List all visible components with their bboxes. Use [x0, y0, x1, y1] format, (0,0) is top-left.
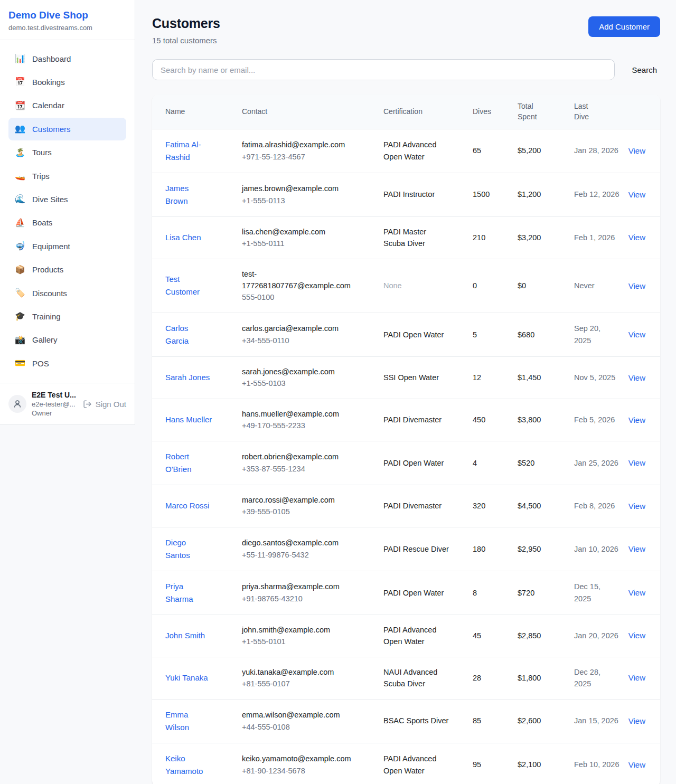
view-customer-link[interactable]: View	[628, 716, 645, 725]
view-customer-link[interactable]: View	[628, 502, 645, 511]
table-row: Hans Mueller hans.mueller@example.com +4…	[152, 399, 660, 441]
customer-name-link[interactable]: Priya Sharma	[165, 582, 193, 603]
customer-dives: 4	[473, 441, 518, 485]
view-customer-link[interactable]: View	[628, 760, 645, 769]
customer-name-link[interactable]: Diego Santos	[165, 538, 190, 560]
customer-dives: 320	[473, 485, 518, 527]
customer-contact: fatima.alrashid@example.com +971-55-123-…	[242, 129, 383, 173]
customer-name-link[interactable]: Fatima Al-Rashid	[165, 140, 201, 162]
customer-contact: yuki.tanaka@example.com +81-555-0107	[242, 657, 383, 699]
customer-contact: carlos.garcia@example.com +34-555-0110	[242, 313, 383, 356]
column-header-label: Certification	[383, 107, 422, 116]
customer-last-dive: Dec 28, 2025	[574, 657, 626, 699]
customer-dives: 8	[473, 571, 518, 615]
customer-email: fatima.alrashid@example.com	[242, 139, 354, 150]
sign-out-label: Sign Out	[96, 400, 126, 409]
customer-name-link[interactable]: Robert O'Brien	[165, 452, 192, 474]
customer-contact: diego.santos@example.com +55-11-99876-54…	[242, 527, 383, 571]
view-customer-link[interactable]: View	[628, 631, 645, 640]
person-icon	[13, 399, 22, 409]
customer-email: john.smith@example.com	[242, 624, 354, 636]
customer-contact: john.smith@example.com +1-555-0101	[242, 615, 383, 657]
sidebar-item-trips[interactable]: 🚤Trips	[8, 165, 126, 187]
view-customer-link[interactable]: View	[628, 373, 645, 382]
customer-contact: sarah.jones@example.com +1-555-0103	[242, 356, 383, 399]
speedboat-icon: 🚤	[15, 170, 25, 182]
customers-table-card: NameContactCertificationDivesTotal Spent…	[152, 95, 660, 784]
search-button[interactable]: Search	[628, 65, 660, 74]
customer-name-link[interactable]: John Smith	[165, 631, 205, 640]
calendar-icon: 📅	[15, 76, 25, 88]
sidebar-item-calendar[interactable]: 📆Calendar	[8, 95, 126, 117]
sidebar-item-products[interactable]: 📦Products	[8, 259, 126, 281]
brand: Demo Dive Shop demo.test.divestreams.com	[0, 0, 135, 40]
view-customer-link[interactable]: View	[628, 415, 645, 424]
customer-name-link[interactable]: Hans Mueller	[165, 415, 212, 424]
user-role: Owner	[32, 409, 78, 417]
customer-contact: priya.sharma@example.com +91-98765-43210	[242, 571, 383, 615]
customer-dives: 12	[473, 356, 518, 399]
sidebar-item-discounts[interactable]: 🏷️Discounts	[8, 282, 126, 304]
table-row: John Smith john.smith@example.com +1-555…	[152, 615, 660, 657]
customer-name-link[interactable]: Carlos Garcia	[165, 324, 189, 345]
table-row: James Brown james.brown@example.com +1-5…	[152, 173, 660, 216]
sidebar-item-tours[interactable]: 🏝️Tours	[8, 141, 126, 164]
customer-certification: NAUI Advanced Scuba Diver	[383, 657, 473, 699]
sidebar-item-bookings[interactable]: 📅Bookings	[8, 71, 126, 93]
table-row: Emma Wilson emma.wilson@example.com +44-…	[152, 699, 660, 743]
view-customer-link[interactable]: View	[628, 673, 645, 682]
customer-name-link[interactable]: James Brown	[165, 184, 189, 205]
sidebar-item-dashboard[interactable]: 📊Dashboard	[8, 48, 126, 70]
sidebar-item-boats[interactable]: ⛵Boats	[8, 212, 126, 234]
sidebar-item-dive-sites[interactable]: 🌊Dive Sites	[8, 188, 126, 210]
view-customer-link[interactable]: View	[628, 588, 645, 597]
view-customer-link[interactable]: View	[628, 146, 645, 155]
customer-name-link[interactable]: Yuki Tanaka	[165, 673, 208, 682]
sidebar-nav: 📊Dashboard📅Bookings📆Calendar👥Customers🏝️…	[0, 40, 135, 383]
sidebar-item-label: Discounts	[32, 288, 67, 299]
main-content: Customers 15 total customers Add Custome…	[135, 0, 676, 784]
view-customer-link[interactable]: View	[628, 281, 645, 290]
customer-last-dive: Dec 15, 2025	[574, 571, 626, 615]
customer-total-spent: $520	[518, 441, 574, 485]
customer-name-link[interactable]: Marco Rossi	[165, 501, 209, 510]
sidebar-item-training[interactable]: 🎓Training	[8, 305, 126, 327]
sign-out-button[interactable]: Sign Out	[83, 400, 126, 409]
customer-email: marco.rossi@example.com	[242, 494, 354, 506]
customer-name-link[interactable]: Test Customer	[165, 275, 200, 296]
customer-name-link[interactable]: Keiko Yamamoto	[165, 754, 203, 776]
customer-dives: 28	[473, 657, 518, 699]
tear-off-calendar-icon: 📆	[15, 100, 25, 111]
customer-name-link[interactable]: Lisa Chen	[165, 233, 201, 242]
sidebar-item-equipment[interactable]: 🤿Equipment	[8, 235, 126, 257]
avatar	[8, 395, 26, 413]
sidebar-item-customers[interactable]: 👥Customers	[8, 118, 126, 140]
table-row: Robert O'Brien robert.obrien@example.com…	[152, 441, 660, 485]
customer-last-dive: Jan 20, 2026	[574, 615, 626, 657]
customer-email: carlos.garcia@example.com	[242, 323, 354, 334]
camera-icon: 📸	[15, 334, 25, 346]
view-customer-link[interactable]: View	[628, 233, 645, 242]
customer-phone: +81-90-1234-5678	[242, 765, 354, 777]
customer-name-link[interactable]: Sarah Jones	[165, 373, 210, 382]
brand-title[interactable]: Demo Dive Shop	[8, 10, 126, 21]
customer-certification: PADI Open Water	[383, 571, 473, 615]
view-customer-link[interactable]: View	[628, 190, 645, 199]
sidebar-item-gallery[interactable]: 📸Gallery	[8, 329, 126, 351]
customer-email: robert.obrien@example.com	[242, 451, 354, 462]
customer-name-link[interactable]: Emma Wilson	[165, 710, 189, 732]
customer-email: keiko.yamamoto@example.com	[242, 753, 354, 764]
add-customer-button[interactable]: Add Customer	[588, 16, 660, 37]
view-customer-link[interactable]: View	[628, 330, 645, 339]
sidebar-item-label: Gallery	[32, 334, 58, 345]
customer-contact: test-1772681807767@example.com 555-0100	[242, 259, 383, 313]
view-customer-link[interactable]: View	[628, 544, 645, 553]
customer-email: test-1772681807767@example.com	[242, 268, 354, 292]
customer-email: sarah.jones@example.com	[242, 366, 354, 377]
sidebar-item-label: Products	[32, 264, 63, 275]
sidebar-item-pos[interactable]: 💳POS	[8, 352, 126, 374]
view-customer-link[interactable]: View	[628, 458, 645, 467]
user-footer: E2E Test U... e2e-tester@... Owner Sign …	[0, 383, 135, 424]
search-input[interactable]	[152, 59, 615, 80]
customer-phone: +55-11-99876-5432	[242, 549, 354, 561]
